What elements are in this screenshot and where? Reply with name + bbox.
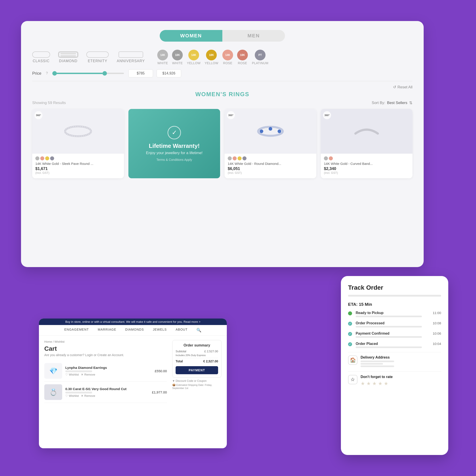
filter-anniversary[interactable]: ANNIVERSARY xyxy=(117,51,145,63)
price-slider-right[interactable] xyxy=(102,71,107,76)
product-price-1: $1,671 xyxy=(35,166,121,171)
delivery-bar-1 xyxy=(361,361,394,362)
brand-tagline: agility · ingenuity · reliability xyxy=(401,447,444,450)
sort-icon[interactable]: ⇅ xyxy=(409,101,412,105)
reset-button[interactable]: ↺ Reset All xyxy=(393,85,412,89)
metal-14k-yellow[interactable]: 14K YELLOW xyxy=(187,50,200,65)
track-bar-2 xyxy=(356,326,422,327)
rate-content: Don't forget to rate ★ ★ ★ ★ ★ xyxy=(361,375,392,387)
track-bar-1 xyxy=(356,316,422,317)
dot4-2 xyxy=(329,156,333,160)
sort-label: Sort By: xyxy=(372,101,385,105)
cart-item-info-2: 0.30 Carat E-SI1 Very Good Round Cut ♡ W… xyxy=(65,387,149,397)
tab-women[interactable]: WOMEN xyxy=(160,30,222,42)
wishlist-link-1[interactable]: ♡ Wishlist xyxy=(65,373,79,376)
section-title: WOMEN'S RINGS xyxy=(32,91,412,98)
metal-18k-rose[interactable]: 18K ROSE xyxy=(237,50,248,65)
cart-item-desc-1 xyxy=(65,370,92,372)
badge-360-1: 360° xyxy=(34,111,42,119)
product-card-3[interactable]: 360° xyxy=(225,109,316,178)
cart-item-actions-1: ♡ Wishlist ✕ Remove xyxy=(65,373,152,376)
star-1[interactable]: ★ xyxy=(361,381,365,387)
price-label: Price xyxy=(32,71,41,76)
cart-nav: ENGAGEMENT MARRIAGE DIAMONDS JEWELS ABOU… xyxy=(39,325,227,336)
stars-row[interactable]: ★ ★ ★ ★ ★ xyxy=(361,381,392,387)
reset-icon: ↺ xyxy=(393,85,396,89)
cart-right: Order summary Subtotal £ 2,527.00 Includ… xyxy=(172,340,221,403)
desktop-card: WOMEN MEN CLASSIC DIAMOND ETERNITY xyxy=(21,21,424,267)
remove-link-2[interactable]: ✕ Remove xyxy=(81,394,95,397)
star-3[interactable]: ★ xyxy=(372,381,377,387)
product-info-1: 14K White Gold - Sleek Pave Round ... $1… xyxy=(32,154,124,177)
filter-classic[interactable]: CLASSIC xyxy=(32,51,50,63)
cart-banner: Buy in store, online or with a virtual c… xyxy=(39,319,227,325)
product-img-area-4: 360° xyxy=(321,109,412,154)
track-dot-3: ✓ xyxy=(348,332,352,336)
cart-nav-marriage[interactable]: MARRIAGE xyxy=(98,328,116,333)
rate-section: ☆ Don't forget to rate ★ ★ ★ ★ ★ xyxy=(348,375,441,387)
wishlist-link-2[interactable]: ♡ Wishlist xyxy=(65,394,79,397)
product-card-1[interactable]: 360° 14K White Gold - Sleek Pave Round .… xyxy=(32,109,124,178)
star-4[interactable]: ★ xyxy=(378,381,382,387)
metal-14k-white[interactable]: 14K WHITE xyxy=(157,50,168,65)
dot3-4 xyxy=(242,156,246,160)
payment-button[interactable]: PAYMENT xyxy=(176,366,218,374)
delivery-title: Delivery Address xyxy=(361,356,394,359)
cart-search-icon[interactable]: 🔍 xyxy=(196,328,201,333)
product-info-3: 14K White Gold - Round Diamond... $6,051… xyxy=(225,154,316,177)
price-slider-left[interactable] xyxy=(52,71,57,76)
cart-nav-diamonds[interactable]: DIAMONDS xyxy=(125,328,144,333)
metal-dots-1 xyxy=(35,156,121,160)
metal-pt-platinum[interactable]: PT PLATINUM xyxy=(252,50,268,65)
brand-area: KEYIDEAS agility · ingenuity · reliabili… xyxy=(401,440,444,450)
track-info-4: Order Placed xyxy=(356,342,429,348)
delivery-bar-3 xyxy=(361,366,394,367)
cart-item-info-1: Lynpha Diamond Earrings ♡ Wishlist ✕ Rem… xyxy=(65,366,152,376)
cart-left: Home / Wishlist Cart Are you already a c… xyxy=(44,340,167,403)
metal-18k-yellow[interactable]: 18K YELLOW xyxy=(205,50,218,65)
warranty-tagline: Terms & Conditions Apply xyxy=(156,158,192,162)
cart-item-price-2: £1,977.00 xyxy=(152,390,167,394)
warranty-title: Lifetime Warranty! xyxy=(149,142,200,149)
filter-diamond[interactable]: DIAMOND xyxy=(58,51,78,63)
summary-tax: Includes 20% Duty Express xyxy=(176,354,218,357)
divider-light-2 xyxy=(348,372,441,372)
price-help-icon[interactable]: ? xyxy=(46,71,48,75)
star-2[interactable]: ★ xyxy=(366,381,371,387)
dot-1 xyxy=(35,156,39,160)
divider xyxy=(32,81,412,81)
price-min-input[interactable] xyxy=(128,69,153,77)
rate-title: Don't forget to rate xyxy=(361,375,392,379)
filter-eternity[interactable]: ETERNITY xyxy=(86,51,109,63)
delivery-icon: 🏠 xyxy=(348,356,357,365)
price-row: Price ? xyxy=(32,69,412,77)
cart-nav-about[interactable]: ABOUT xyxy=(176,328,187,333)
remove-link-1[interactable]: ✕ Remove xyxy=(81,373,95,376)
cart-card: Buy in store, online or with a virtual c… xyxy=(39,319,227,448)
rate-icon: ☆ xyxy=(348,375,357,384)
cart-subtitle: Are you already a customer? Login or Cre… xyxy=(44,353,167,357)
track-name-3: Payment Confirmed xyxy=(356,332,429,336)
price-inputs xyxy=(128,69,181,77)
product-gst-3: (Incl. GST) xyxy=(228,171,313,174)
price-slider-track[interactable] xyxy=(52,73,124,74)
cart-nav-jewels[interactable]: JEWELS xyxy=(153,328,167,333)
price-max-input[interactable] xyxy=(157,69,181,77)
product-gst-1: (Incl. GST) xyxy=(35,171,121,174)
delivery-bar-2 xyxy=(361,363,383,365)
star-5[interactable]: ★ xyxy=(384,381,388,387)
metal-14k-rose[interactable]: 14K ROSE xyxy=(222,50,233,65)
shipping-icon: 📦 xyxy=(172,383,176,387)
cart-nav-engagement[interactable]: ENGAGEMENT xyxy=(64,328,89,333)
ring-image-4 xyxy=(351,122,382,140)
dot-3 xyxy=(45,156,49,160)
svg-point-5 xyxy=(269,127,272,131)
product-card-4[interactable]: 360° 14K White Gold - Curved Band... $2,… xyxy=(321,109,412,178)
divider-light-1 xyxy=(348,352,441,352)
track-title: Track Order xyxy=(348,284,441,291)
discount-icon: ▼ xyxy=(172,379,175,382)
cart-item-1: 💎 Lynpha Diamond Earrings ♡ Wishlist ✕ R… xyxy=(44,360,167,382)
metal-18k-white[interactable]: 18K WHITE xyxy=(172,50,183,65)
tab-men[interactable]: MEN xyxy=(222,30,285,42)
track-name-2: Order Processed xyxy=(356,321,429,325)
